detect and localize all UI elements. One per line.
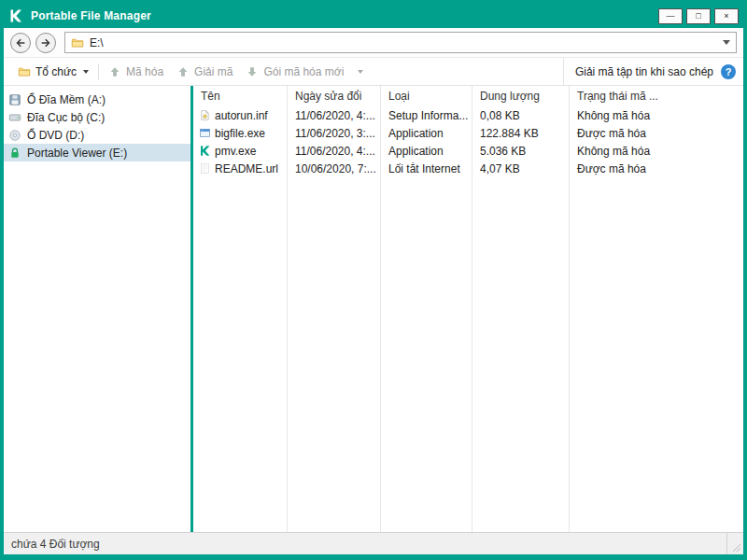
floppy-icon [8,93,21,106]
inf-file-icon [199,109,211,121]
back-arrow-icon [14,36,27,49]
address-bar[interactable]: E:\ [64,32,737,53]
file-row-readme-url[interactable]: README.url 10/06/2020, 7:... Lối tắt Int… [193,160,743,177]
window-controls: — □ × [658,8,739,24]
portable-file-manager-window: Portable File Manager — □ × E:\ Tổ chứ [0,0,747,560]
file-encryption-status: Được mã hóa [569,162,743,175]
decrypt-on-copy-label: Giải mã tập tin khi sao chép [575,65,713,78]
arrow-up-icon [108,65,121,78]
arrow-up-icon [176,65,190,78]
new-package-label: Gói mã hóa mới [263,65,344,78]
file-name: README.url [215,162,278,175]
file-size: 5.036 KB [472,145,569,158]
file-size: 122.884 KB [472,127,569,140]
file-size: 0,08 KB [472,109,569,122]
chevron-down-icon [358,70,363,74]
content-area: Ổ Đĩa Mềm (A:) Đĩa Cục bộ (C:) Ổ DVD (D:… [4,86,743,532]
sidebar-item-dvd-d[interactable]: Ổ DVD (D:) [4,126,190,144]
file-row-pmv-exe[interactable]: pmv.exe 11/06/2020, 4:... Application 5.… [193,142,743,160]
file-modified: 10/06/2020, 7:... [287,162,380,175]
sidebar-item-portable-viewer-e[interactable]: Portable Viewer (E:) [4,144,190,161]
titlebar: Portable File Manager — □ × [4,4,743,28]
sidebar-item-label: Portable Viewer (E:) [27,147,127,160]
column-header-encryption-status[interactable]: Trạng thái mã ... [569,90,743,103]
file-encryption-status: Không mã hóa [569,109,743,122]
sidebar-item-floppy-a[interactable]: Ổ Đĩa Mềm (A:) [4,91,190,108]
status-bar: chứa 4 Đối tượng [4,532,743,554]
column-header-name[interactable]: Tên [193,90,287,103]
forward-button[interactable] [35,33,56,53]
drive-tree: Ổ Đĩa Mềm (A:) Đĩa Cục bộ (C:) Ổ DVD (D:… [4,86,190,532]
folder-icon [18,65,31,78]
address-path: E:\ [90,36,104,49]
decrypt-button[interactable]: Giải mã [170,61,239,83]
toolbar-separator [98,63,99,80]
url-file-icon [199,162,211,175]
resize-grip-icon [732,543,741,553]
exe-file-icon [199,127,211,139]
file-modified: 11/06/2020, 4:... [287,145,380,158]
decrypt-label: Giải mã [194,65,233,78]
close-button[interactable]: × [714,8,739,24]
hard-drive-icon [8,111,21,124]
new-package-button[interactable]: Gói mã hóa mới [239,61,370,83]
kaspersky-file-icon [199,145,211,157]
window-title: Portable File Manager [31,9,151,22]
resize-grip[interactable] [726,533,743,554]
sidebar-item-label: Ổ Đĩa Mềm (A:) [27,93,106,106]
file-row-bigfile-exe[interactable]: bigfile.exe 11/06/2020, 3:... Applicatio… [193,124,743,142]
toolbar-right-group: Giải mã tập tin khi sao chép ? [563,58,736,85]
file-name: pmv.exe [215,145,256,158]
file-name: autorun.inf [215,109,268,122]
address-row: E:\ [4,28,743,58]
file-type: Application [380,145,472,158]
sidebar-item-label: Ổ DVD (D:) [27,129,84,142]
folder-icon [71,36,84,49]
file-list: Tên Ngày sửa đổi Loại Dung lượng Trạng t… [193,86,743,532]
file-modified: 11/06/2020, 3:... [287,127,380,140]
kaspersky-logo-icon [8,8,23,23]
address-dropdown-icon[interactable] [723,40,730,45]
file-type: Setup Informa... [380,109,472,122]
chevron-down-icon [83,70,89,74]
column-header-type[interactable]: Loại [380,90,472,103]
file-type: Lối tắt Internet [380,162,472,175]
column-header-modified[interactable]: Ngày sửa đổi [287,90,380,103]
file-type: Application [380,127,472,140]
sidebar-item-local-disk-c[interactable]: Đĩa Cục bộ (C:) [4,108,190,126]
toolbar: Tổ chức Mã hóa Giải mã Gói mã hóa mới Gi… [4,58,743,86]
column-header-size[interactable]: Dung lượng [472,90,569,103]
file-size: 4,07 KB [472,162,569,175]
forward-arrow-icon [39,36,52,49]
file-encryption-status: Được mã hóa [569,127,743,140]
status-text: chứa 4 Đối tượng [11,538,100,551]
encrypt-button[interactable]: Mã hóa [102,61,170,83]
dvd-icon [8,129,21,142]
minimize-button[interactable]: — [658,8,683,24]
sidebar-item-label: Đĩa Cục bộ (C:) [27,111,105,124]
arrow-down-icon [246,65,259,78]
organize-button[interactable]: Tổ chức [11,61,95,83]
back-button[interactable] [10,33,31,53]
file-row-autorun-inf[interactable]: autorun.inf 11/06/2020, 4:... Setup Info… [193,106,743,124]
file-name: bigfile.exe [215,127,265,140]
file-modified: 11/06/2020, 4:... [287,109,380,122]
help-icon[interactable]: ? [721,64,736,79]
maximize-button[interactable]: □ [686,8,711,24]
organize-label: Tổ chức [35,65,77,78]
list-header: Tên Ngày sửa đổi Loại Dung lượng Trạng t… [193,86,743,106]
file-encryption-status: Không mã hóa [569,145,743,158]
lock-icon [8,147,21,160]
encrypt-label: Mã hóa [126,65,163,78]
